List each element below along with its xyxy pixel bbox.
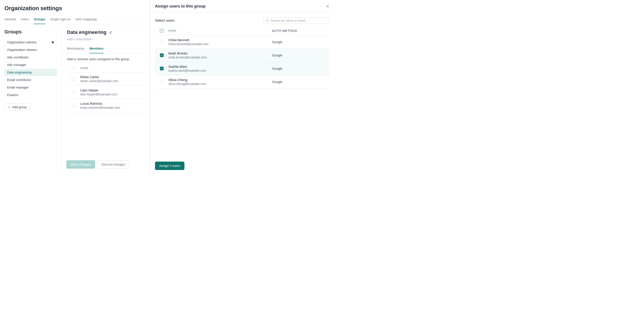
- assign-user-auth: Google: [272, 80, 330, 84]
- assign-user-name: Olivia Cheng: [168, 78, 272, 82]
- assign-user-checkbox[interactable]: [160, 40, 164, 44]
- select-users-label: Select users: [155, 19, 174, 23]
- svg-line-6: [268, 21, 268, 22]
- sidebar-item-email-manager[interactable]: Email manager: [4, 84, 57, 91]
- assign-user-checkbox[interactable]: [160, 67, 164, 70]
- group-description-placeholder[interactable]: Add a description...: [62, 35, 150, 45]
- sidebar-item-label: Ads manager: [7, 63, 26, 67]
- subtab-members[interactable]: Members: [90, 45, 104, 53]
- members-table: NAME Ethan Carterethan.carter@example.co…: [62, 64, 150, 112]
- assign-user-email: olivia.cheng@example.com: [168, 82, 272, 86]
- member-checkbox[interactable]: [72, 90, 76, 94]
- sidebar-item-label: Finance: [7, 93, 18, 97]
- sidebar-item-label: Data engineering: [7, 71, 32, 74]
- member-email: lucas.ramirez@example.com: [80, 106, 144, 109]
- assign-users-drawer: Assign users to this group Select users …: [150, 0, 334, 174]
- assign-user-auth: Google: [272, 54, 330, 57]
- user-search-input[interactable]: [271, 19, 327, 22]
- plus-icon: [8, 106, 10, 109]
- tab-general[interactable]: General: [4, 16, 16, 24]
- sidebar-item-data-engineering[interactable]: Data engineering: [4, 69, 57, 76]
- sidebar-item-label: Email contributor: [7, 78, 31, 82]
- subtab-workspaces[interactable]: Workspaces: [67, 45, 85, 53]
- assign-select-all-checkbox[interactable]: [160, 29, 164, 33]
- member-row: Lucas Ramirezlucas.ramirez@example.com: [67, 99, 144, 112]
- member-email: liam.harper@example.com: [80, 93, 144, 96]
- assign-user-name: Noah Brooks: [168, 51, 272, 55]
- member-checkbox[interactable]: [72, 77, 76, 81]
- member-email: ethan.carter@example.com: [80, 79, 144, 83]
- assign-user-row[interactable]: Sophia Westsophia.west@example.comGoogle: [155, 62, 330, 75]
- member-name: Lucas Ramirez: [80, 102, 144, 105]
- sidebar-item-organization-viewers[interactable]: Organization viewers: [4, 46, 57, 53]
- assign-user-auth: Google: [272, 40, 330, 44]
- assign-user-email: sophia.west@example.com: [168, 69, 272, 72]
- discard-changes-button[interactable]: Discard changes: [97, 160, 130, 169]
- sidebar-item-label: Organization admins: [7, 41, 36, 44]
- page-title: Organization settings: [0, 0, 150, 16]
- assign-col-auth: AUTH METHOD: [272, 29, 330, 33]
- assign-user-checkbox[interactable]: [160, 53, 164, 57]
- tab-users[interactable]: Users: [21, 16, 29, 24]
- assign-user-name: Sophia West: [168, 65, 272, 68]
- search-icon: [266, 19, 269, 22]
- edit-icon[interactable]: [109, 31, 112, 34]
- member-checkbox[interactable]: [72, 104, 76, 107]
- sidebar-item-finance[interactable]: Finance: [4, 91, 57, 99]
- detail-subtabs: WorkspacesMembers: [62, 45, 150, 53]
- member-row: Liam Harperliam.harper@example.com: [67, 86, 144, 99]
- tab-sso-mappings[interactable]: SSO mappings: [76, 16, 97, 24]
- sidebar-item-label: Organization viewers: [7, 48, 37, 52]
- assign-users-button[interactable]: Assign 2 users: [155, 162, 184, 170]
- save-changes-button[interactable]: Save changes: [66, 160, 95, 169]
- members-select-all-checkbox[interactable]: [72, 66, 76, 70]
- tab-groups[interactable]: Groups: [34, 16, 45, 24]
- detail-footer: Save changes Discard changes: [66, 157, 130, 172]
- badge-icon: [51, 41, 54, 44]
- add-group-label: Add group: [12, 105, 27, 109]
- tab-single-sign-on[interactable]: Single sign-on: [50, 16, 70, 24]
- add-group-button[interactable]: Add group: [4, 103, 30, 111]
- assign-col-name: NAME: [168, 29, 272, 32]
- member-name: Liam Harper: [80, 88, 144, 92]
- assign-user-row[interactable]: Noah Brooksnoah.brooks@example.comGoogle: [155, 49, 330, 62]
- member-name: Ethan Carter: [80, 75, 144, 79]
- assign-user-name: Chloe Bennett: [168, 38, 272, 42]
- sidebar-item-organization-admins[interactable]: Organization admins: [4, 39, 57, 46]
- group-detail: Data engineering Add a description... Wo…: [62, 24, 150, 174]
- sidebar-item-label: Email manager: [7, 86, 29, 89]
- sidebar-heading: Groups: [4, 29, 57, 35]
- sidebar-item-email-contributor[interactable]: Email contributor: [4, 76, 57, 84]
- assign-users-table: NAME AUTH METHOD Chloe Bennettchloe.benn…: [150, 26, 334, 89]
- svg-point-5: [266, 20, 268, 22]
- close-icon[interactable]: [326, 5, 330, 8]
- member-row: Ethan Carterethan.carter@example.com: [67, 72, 144, 86]
- user-search-field[interactable]: [263, 17, 330, 24]
- assign-user-email: chloe.bennett@example.com: [168, 42, 272, 46]
- groups-sidebar: Groups Organization adminsOrganization v…: [0, 24, 62, 174]
- sidebar-item-ads-manager[interactable]: Ads manager: [4, 61, 57, 68]
- primary-tabs: GeneralUsersGroupsSingle sign-onSSO mapp…: [0, 16, 150, 24]
- assign-user-checkbox[interactable]: [160, 80, 164, 84]
- assign-user-email: noah.brooks@example.com: [168, 56, 272, 59]
- sidebar-item-ads-contributor[interactable]: Ads contributor: [4, 54, 57, 61]
- group-title: Data engineering: [67, 30, 106, 35]
- assign-user-row[interactable]: Chloe Bennettchloe.bennett@example.comGo…: [155, 36, 330, 49]
- assign-user-row[interactable]: Olivia Chengolivia.cheng@example.comGoog…: [155, 75, 330, 89]
- members-col-name: NAME: [80, 67, 144, 70]
- members-hint: Add or remove users assigned to this gro…: [62, 53, 150, 64]
- sidebar-item-label: Ads contributor: [7, 56, 29, 59]
- assign-user-auth: Google: [272, 67, 330, 70]
- drawer-title: Assign users to this group: [155, 4, 206, 9]
